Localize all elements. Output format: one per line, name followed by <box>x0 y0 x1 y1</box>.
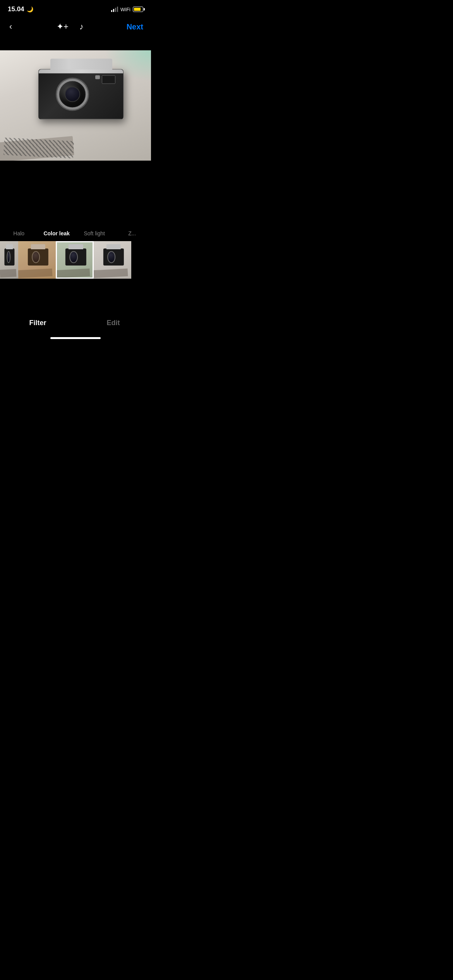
edit-tab[interactable]: Edit <box>76 316 151 330</box>
camera-illustration <box>38 69 131 135</box>
next-button[interactable]: Next <box>127 22 143 31</box>
filter-thumbnails-row <box>0 241 151 279</box>
filter-label-zoom[interactable]: Z... <box>113 230 151 236</box>
filter-label-soft-light[interactable]: Soft light <box>76 230 113 236</box>
toolbar: ‹ ✦+ ♪ Next <box>0 16 151 39</box>
toolbar-center-icons: ✦+ ♪ <box>57 22 84 32</box>
table-photos <box>0 132 101 159</box>
filter-thumb-soft-light[interactable] <box>94 241 132 279</box>
filter-label-color-leak[interactable]: Color leak <box>38 230 76 236</box>
filter-thumb-partial[interactable] <box>0 241 18 279</box>
status-bar: 15.04 🌙 WiFi <box>0 0 151 16</box>
magic-wand-icon[interactable]: ✦+ <box>57 22 69 32</box>
moon-icon: 🌙 <box>27 6 33 12</box>
battery-icon <box>133 7 143 12</box>
music-icon[interactable]: ♪ <box>79 22 84 32</box>
wifi-icon: WiFi <box>120 7 130 12</box>
main-photo <box>0 50 151 161</box>
bottom-spacer <box>0 279 151 310</box>
status-time: 15.04 🌙 <box>8 5 33 13</box>
filter-thumb-color-leak[interactable] <box>56 241 94 279</box>
status-icons: WiFi <box>111 7 143 12</box>
top-spacer <box>0 39 151 50</box>
filter-labels-row: Halo Color leak Soft light Z... <box>0 230 151 241</box>
mid-spacer <box>0 161 151 230</box>
back-button[interactable]: ‹ <box>8 20 14 33</box>
filter-label-halo[interactable]: Halo <box>0 230 38 236</box>
time-display: 15.04 <box>8 5 24 13</box>
home-bar <box>50 337 101 339</box>
signal-icon <box>111 7 118 12</box>
bottom-nav: Filter Edit <box>0 310 151 333</box>
home-indicator <box>0 333 151 341</box>
filter-thumb-halo[interactable] <box>18 241 56 279</box>
filter-tab[interactable]: Filter <box>0 316 76 330</box>
